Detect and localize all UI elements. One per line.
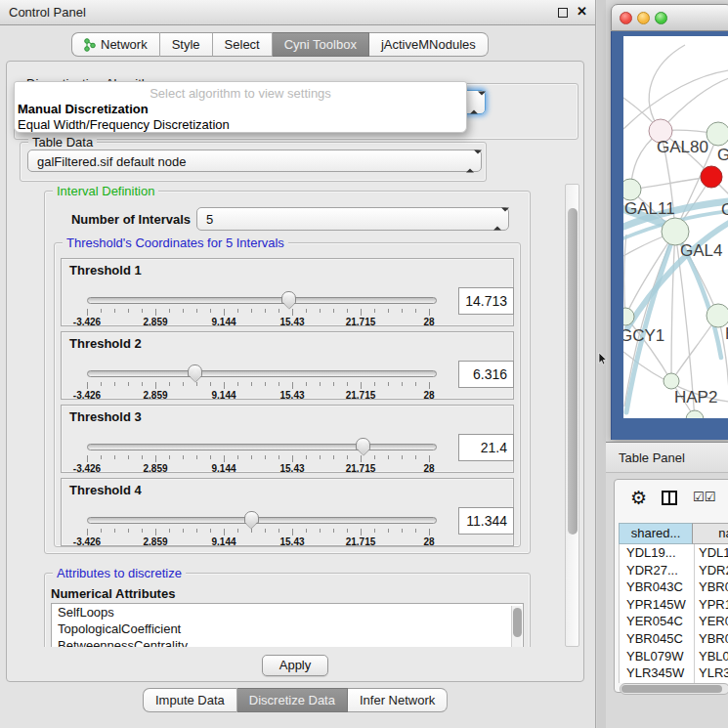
- column-header-shared[interactable]: shared...: [619, 523, 693, 544]
- columns-icon[interactable]: [662, 491, 677, 505]
- slider-handle[interactable]: [188, 364, 202, 377]
- table-row[interactable]: YER054CYER0: [620, 613, 728, 630]
- slider-tick: [87, 529, 88, 535]
- slider-tick: [196, 455, 197, 459]
- slider-tick: [429, 529, 430, 535]
- slider-tick: [347, 309, 348, 313]
- attribute-item-topologicalcoefficient[interactable]: TopologicalCoefficient: [52, 621, 523, 637]
- apply-button[interactable]: Apply: [262, 655, 328, 676]
- cell-name: YLR3: [699, 665, 728, 680]
- table-row[interactable]: YDL19...YDL1: [620, 544, 728, 562]
- tab-jactivemnodules[interactable]: jActiveMNodules: [369, 32, 489, 57]
- gear-icon[interactable]: ⚙: [630, 487, 647, 509]
- cell-name: YBR0: [699, 579, 728, 594]
- threshold-slider[interactable]: -3.4262.8599.14415.4321.71528: [87, 510, 445, 547]
- slider-tick: [237, 455, 238, 459]
- num-intervals-combobox[interactable]: 5: [196, 207, 509, 231]
- cell-shared-name: YDR27...: [626, 563, 678, 578]
- table-hscrollbar[interactable]: [620, 683, 728, 695]
- slider-tick: [333, 455, 334, 459]
- tab-cyni-toolbox[interactable]: Cyni Toolbox: [273, 32, 369, 57]
- slider-handle[interactable]: [281, 291, 296, 304]
- slider-tick: [402, 455, 403, 459]
- slider-tick: [265, 529, 266, 533]
- slider-tick-label: 15.43: [268, 463, 317, 474]
- dropdown-item-equal-width-frequency-discretization[interactable]: Equal Width/Frequency Discretization: [18, 117, 230, 132]
- table-row[interactable]: YLR345WYLR3: [620, 664, 728, 682]
- tab-impute-data[interactable]: Impute Data: [143, 688, 237, 712]
- table-row[interactable]: YPR145WYPR1: [620, 596, 728, 614]
- slider-tick: [210, 382, 211, 386]
- cell-name: YER0: [699, 614, 728, 628]
- slider-tick: [128, 529, 129, 533]
- zoom-traffic-light[interactable]: [655, 12, 667, 24]
- table-row[interactable]: YBL079WYBL0: [620, 648, 728, 665]
- slider-tick: [155, 309, 156, 316]
- slider-tick: [251, 309, 252, 313]
- table-data-combobox[interactable]: galFiltered.sif default node: [27, 150, 482, 172]
- threshold-value-field[interactable]: 6.316: [458, 361, 514, 388]
- table-row[interactable]: YBR045CYBR0: [620, 630, 728, 648]
- list-scrollbar[interactable]: [511, 606, 522, 647]
- slider-track[interactable]: [87, 517, 437, 524]
- slider-tick: [265, 309, 266, 313]
- slider-tick: [333, 382, 334, 386]
- slider-tick: [101, 529, 102, 533]
- numerical-attributes-label: Numerical Attributes: [51, 586, 175, 601]
- minimize-traffic-light[interactable]: [637, 12, 650, 24]
- network-node[interactable]: [664, 373, 679, 389]
- slider-tick: [210, 309, 211, 313]
- list-scrollbar-thumb[interactable]: [513, 608, 522, 637]
- close-traffic-light[interactable]: [620, 12, 632, 24]
- tab-infer-network[interactable]: Infer Network: [348, 688, 448, 712]
- network-node[interactable]: [707, 122, 728, 146]
- network-node[interactable]: [701, 166, 722, 188]
- table-row[interactable]: YDR27...YDR2: [620, 562, 728, 579]
- slider-tick: [402, 529, 403, 533]
- slider-tick-label: 2.859: [131, 390, 180, 401]
- checkboxes-icon[interactable]: ☑☑: [693, 490, 715, 504]
- slider-track[interactable]: [87, 444, 437, 450]
- close-icon[interactable]: ✕: [577, 4, 587, 19]
- threshold-value-field[interactable]: 14.713: [458, 287, 514, 315]
- float-window-icon[interactable]: [558, 8, 568, 18]
- threshold-value-field[interactable]: 11.344: [458, 507, 514, 535]
- tab-select[interactable]: Select: [213, 32, 273, 57]
- attribute-item-betweennesscentrality[interactable]: BetweennessCentrality: [52, 637, 523, 647]
- slider-tick: [361, 382, 362, 389]
- numerical-attributes-list[interactable]: SelfLoopsTopologicalCoefficientBetweenne…: [51, 603, 524, 647]
- tab-network[interactable]: Network: [71, 32, 160, 57]
- column-header-name[interactable]: name: [693, 523, 728, 544]
- main-scrollbar-thumb[interactable]: [568, 208, 578, 535]
- tab-label: Discretize Data: [249, 693, 335, 707]
- threshold-value-field[interactable]: 21.4: [458, 434, 514, 461]
- slider-track[interactable]: [87, 370, 437, 377]
- slider-handle[interactable]: [356, 438, 370, 450]
- interval-definition-title: Interval Definition: [53, 184, 158, 198]
- slider-tick: [347, 529, 348, 533]
- slider-tick: [169, 309, 170, 313]
- slider-tick: [374, 455, 375, 459]
- network-canvas[interactable]: GAL80GCGAL11GAL4GCY1HHAP2: [623, 36, 728, 418]
- slider-tick: [114, 382, 115, 386]
- attribute-item-selfloops[interactable]: SelfLoops: [52, 604, 523, 621]
- network-node[interactable]: [623, 179, 641, 200]
- dropdown-item-manual-discretization[interactable]: Manual Discretization: [18, 102, 149, 116]
- threshold-slider[interactable]: -3.4262.8599.14415.4321.71528: [87, 290, 445, 327]
- tab-discretize-data[interactable]: Discretize Data: [237, 688, 348, 712]
- threshold-label: Threshold 1: [69, 263, 142, 278]
- table-hscrollbar-thumb[interactable]: [621, 685, 722, 693]
- slider-handle[interactable]: [244, 511, 259, 524]
- threshold-label: Threshold 2: [69, 336, 142, 351]
- num-intervals-label: Number of Intervals: [49, 212, 191, 227]
- main-scrollbar[interactable]: [565, 184, 579, 647]
- table-header-row: shared... name: [619, 523, 728, 544]
- threshold-slider[interactable]: -3.4262.8599.14415.4321.71528: [87, 437, 445, 474]
- table-row[interactable]: YBR043CYBR0: [620, 578, 728, 596]
- network-node[interactable]: [686, 410, 704, 418]
- cell-name: YPR1: [699, 597, 728, 612]
- slider-track[interactable]: [87, 297, 437, 304]
- tab-style[interactable]: Style: [160, 32, 213, 57]
- threshold-slider[interactable]: -3.4262.8599.14415.4321.71528: [87, 364, 445, 401]
- threshold-panel-1: Threshold 1-3.4262.8599.14415.4321.71528…: [61, 258, 514, 326]
